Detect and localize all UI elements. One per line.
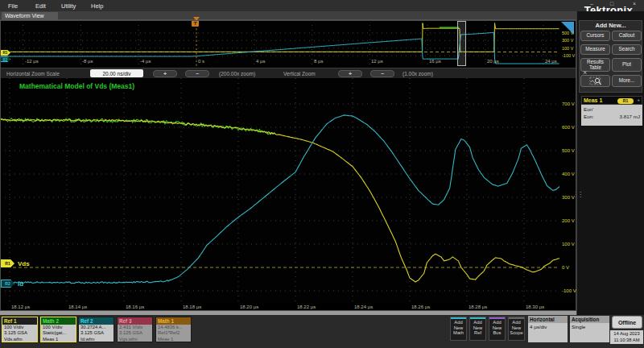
- main-x-tick-label: 18.30 µs: [526, 304, 544, 309]
- acquisition-settings-panel[interactable]: Acquisition Single: [570, 316, 609, 342]
- button-line: Add: [470, 320, 485, 325]
- add-new-bus-button[interactable]: AddNewBus: [489, 317, 506, 341]
- badge-line: 30.2724 A...: [79, 325, 114, 330]
- overview-y-tick-label: 100 V: [562, 46, 573, 51]
- overview-y-tick-label: 300 V: [562, 38, 573, 43]
- main-x-tick-label: 18.18 µs: [183, 304, 201, 309]
- meas1-expand-icon[interactable]: +: [637, 97, 640, 102]
- waveform-zoom-icon: [589, 77, 602, 86]
- channel-badge-math1[interactable]: Math 114.4836 k...Ref1*Ref2Meas 1: [155, 317, 192, 342]
- close-zoom-icon[interactable]: ×: [583, 68, 587, 77]
- add-new-plot-button[interactable]: Plot: [612, 58, 642, 72]
- accent-bar: [489, 317, 505, 319]
- main-waveforms: [0, 78, 559, 304]
- zoom-window-handle[interactable]: [457, 21, 466, 66]
- oscilloscope-app-window: File Edit Utility Help – □ × Tektronix W…: [0, 0, 644, 348]
- accent-bar: [451, 317, 466, 319]
- main-y-tick-label: 200 V: [562, 218, 575, 223]
- meas1-badge-header[interactable]: Meas 1 R1 +: [581, 96, 642, 105]
- badge-line: Vgs.wfm: [118, 337, 152, 342]
- waveform-zoom-button[interactable]: [580, 75, 610, 87]
- horizontal-panel-value: 4 µs/div: [528, 323, 568, 330]
- close-icon[interactable]: ×: [633, 1, 636, 6]
- meas1-badge-body[interactable]: Eon' Eon: 3.817 mJ: [581, 105, 642, 126]
- overview-x-tick-label: 0 s: [198, 59, 204, 64]
- badge-title: Math 1: [156, 317, 191, 325]
- main-x-tick-label: 18.24 µs: [354, 304, 373, 309]
- horizontal-panel-title: Horizontal: [528, 316, 568, 323]
- overview-y-tick-label: -100 V: [562, 53, 575, 58]
- vzoom-plus-button[interactable]: +: [338, 70, 362, 77]
- badge-line: 3.125 GSA: [118, 330, 152, 336]
- channel-badge-ref2[interactable]: Ref 230.2724 A...3.125 GSAId.wfm: [78, 317, 114, 342]
- button-line: New: [509, 325, 524, 331]
- badge-line: 3.125 GSA: [79, 330, 114, 336]
- meas1-row2-value: 3.817 mJ: [620, 114, 640, 119]
- overview-x-tick-label: -8 µs: [82, 59, 93, 64]
- button-line: Scope: [509, 330, 524, 336]
- add-new-callout-button[interactable]: Callout: [612, 31, 642, 41]
- menu-edit[interactable]: Edit: [35, 2, 46, 10]
- id-trace-label: Id: [18, 280, 23, 288]
- add-new-measure-button[interactable]: Measure: [580, 44, 610, 55]
- badge-title: Ref 3: [118, 317, 152, 325]
- button-line: Add: [451, 320, 466, 325]
- badge-line: 100 V/div: [2, 325, 37, 330]
- menu-help[interactable]: Help: [91, 2, 103, 10]
- button-line: New: [489, 325, 505, 331]
- badge-line: Id.wfm: [79, 337, 114, 342]
- button-line: Add: [509, 320, 524, 325]
- channel-badge-ref1[interactable]: Ref 1100 V/div3.125 GSAVds.wfm: [2, 317, 38, 342]
- menu-file[interactable]: File: [8, 2, 18, 10]
- badge-title: Math 2: [41, 317, 76, 325]
- main-y-tick-label: 500 V: [562, 148, 575, 153]
- overview-x-tick-label: 8 µs: [314, 59, 323, 64]
- overview-x-tick-label: -12 µs: [25, 59, 39, 64]
- hzoom-factor-label: (200.00x zoom): [219, 71, 255, 77]
- main-y-tick-label: 700 V: [562, 102, 575, 106]
- horizontal-settings-panel[interactable]: Horizontal 4 µs/div: [528, 316, 568, 342]
- vds-trace-label: Vds: [18, 260, 30, 267]
- overview-y-tick-label: 500 V: [562, 31, 573, 35]
- add-new-search-button[interactable]: Search: [612, 44, 642, 55]
- vzoom-minus-button[interactable]: −: [370, 70, 394, 77]
- horizontal-zoom-scale-input[interactable]: 20.00 ns/div: [90, 69, 143, 77]
- add-new-scope-button[interactable]: AddNewScope: [508, 317, 525, 341]
- badge-line: Static|gat...: [41, 330, 76, 336]
- hzoom-minus-button[interactable]: −: [185, 70, 209, 77]
- main-x-tick-label: 18.26 µs: [411, 304, 430, 309]
- button-line: New: [451, 325, 466, 331]
- add-new-cursors-button[interactable]: Cursors: [580, 31, 610, 41]
- add-new-more-button[interactable]: More...: [612, 75, 642, 87]
- acquisition-panel-title: Acquisition: [570, 316, 609, 323]
- acquisition-panel-value: Single: [570, 323, 609, 330]
- offline-button[interactable]: Offline: [612, 316, 642, 329]
- button-line: Add: [489, 320, 505, 325]
- overview-x-tick-label: -4 µs: [140, 59, 151, 64]
- meas1-title: Meas 1: [584, 97, 602, 103]
- main-x-tick-label: 18.12 µs: [11, 304, 30, 309]
- accent-bar: [509, 317, 524, 319]
- channel-badge-ref3[interactable]: Ref 32.431 V/div3.125 GSAVgs.wfm: [117, 317, 153, 342]
- main-y-tick-label: 100 V: [562, 242, 575, 246]
- badge-title: Ref 2: [79, 317, 114, 325]
- date-text: 14 Aug 2023: [610, 331, 643, 338]
- tab-waveform-view[interactable]: Waveform View: [2, 12, 58, 20]
- badge-line: Vds.wfm: [2, 337, 37, 342]
- badge-line: Meas 1: [156, 337, 191, 342]
- trigger-flag[interactable]: T: [192, 20, 199, 27]
- main-waveform-plot[interactable]: [0, 78, 576, 304]
- add-new-ref-button[interactable]: AddNewRef: [469, 317, 486, 341]
- main-y-tick-label: 0 V: [562, 265, 569, 270]
- badge-line: 14.4836 k...: [156, 325, 191, 330]
- menu-utility[interactable]: Utility: [61, 2, 76, 10]
- channel-badge-math2[interactable]: Math 2100 V/divStatic|gat...Meas 1: [40, 317, 76, 342]
- main-x-tick-label: 18.20 µs: [240, 304, 258, 309]
- hzoom-plus-button[interactable]: +: [153, 70, 177, 77]
- main-y-tick-label: 600 V: [562, 125, 575, 130]
- time-text: 11:10:38 AM: [610, 338, 643, 344]
- vertical-zoom-label: Vertical Zoom: [283, 71, 316, 77]
- main-x-tick-label: 18.28 µs: [469, 304, 487, 309]
- meas1-source-tag: R1: [617, 98, 634, 104]
- add-new-math-button[interactable]: AddNewMath: [450, 317, 467, 341]
